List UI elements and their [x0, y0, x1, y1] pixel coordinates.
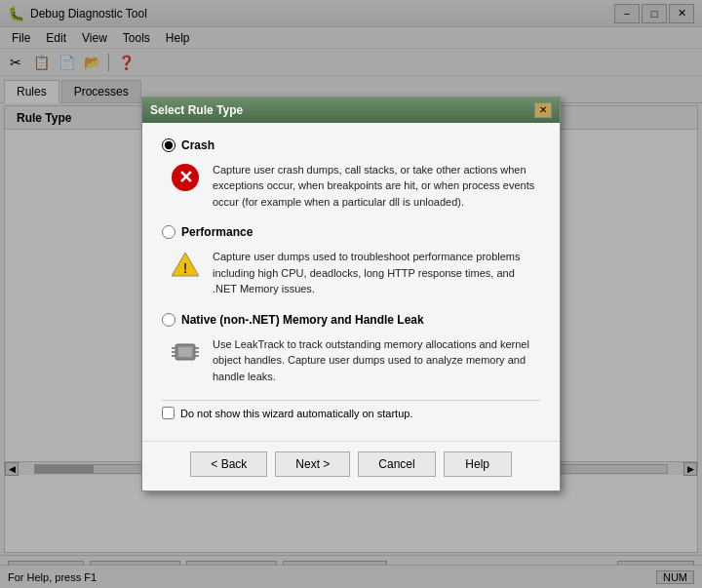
performance-icon-container: !	[170, 249, 201, 280]
back-button[interactable]: < Back	[190, 451, 267, 477]
crash-detail: ✕ Capture user crash dumps, call stacks,…	[170, 158, 540, 215]
no-show-checkbox[interactable]	[162, 407, 175, 419]
modal-title-bar: Select Rule Type ✕	[142, 98, 560, 123]
svg-rect-9	[195, 355, 199, 357]
option-performance: Performance ! Capture user dumps used t	[162, 225, 540, 301]
crash-radio[interactable]	[162, 138, 176, 152]
memory-radio-row: Native (non-.NET) Memory and Handle Leak	[162, 313, 540, 327]
crash-radio-row: Crash	[162, 138, 540, 152]
performance-radio-row: Performance	[162, 225, 540, 239]
option-memory: Native (non-.NET) Memory and Handle Leak	[162, 313, 540, 389]
modal-body: Crash ✕ Capture user crash dumps, call s…	[142, 123, 560, 442]
memory-radio[interactable]	[162, 313, 176, 327]
svg-rect-3	[178, 347, 192, 357]
performance-radio[interactable]	[162, 225, 176, 239]
modal-title: Select Rule Type	[150, 103, 243, 117]
svg-rect-4	[172, 347, 176, 349]
app-window: 🐛 Debug Diagnostic Tool − □ ✕ File Edit …	[0, 0, 702, 588]
help-button[interactable]: Help	[444, 451, 512, 477]
warning-icon: !	[172, 251, 199, 278]
performance-label: Performance	[181, 225, 253, 239]
memory-icon-container	[170, 336, 201, 368]
modal-dialog: Select Rule Type ✕ Crash ✕ Capture user …	[141, 97, 561, 492]
checkbox-label: Do not show this wizard automatically on…	[180, 408, 412, 419]
cancel-button[interactable]: Cancel	[358, 451, 435, 477]
svg-text:!: !	[183, 260, 188, 276]
crash-icon: ✕	[172, 164, 199, 191]
memory-label: Native (non-.NET) Memory and Handle Leak	[181, 313, 424, 327]
performance-detail: ! Capture user dumps used to troubleshoo…	[170, 245, 540, 301]
crash-icon-container: ✕	[170, 162, 201, 193]
memory-chip-icon	[170, 338, 201, 366]
checkbox-row: Do not show this wizard automatically on…	[162, 400, 540, 425]
memory-description: Use LeakTrack to track outstanding memor…	[213, 336, 540, 385]
next-button[interactable]: Next >	[275, 451, 350, 477]
svg-rect-7	[195, 347, 199, 349]
option-crash: Crash ✕ Capture user crash dumps, call s…	[162, 138, 540, 215]
svg-rect-8	[195, 351, 199, 353]
svg-rect-6	[172, 355, 176, 357]
performance-description: Capture user dumps used to troubleshoot …	[213, 249, 540, 297]
modal-overlay: Select Rule Type ✕ Crash ✕ Capture user …	[0, 0, 702, 588]
svg-rect-5	[172, 351, 176, 353]
crash-description: Capture user crash dumps, call stacks, o…	[213, 162, 540, 211]
modal-footer: < Back Next > Cancel Help	[142, 441, 560, 490]
crash-label: Crash	[181, 138, 214, 152]
modal-close-button[interactable]: ✕	[534, 102, 552, 118]
memory-detail: Use LeakTrack to track outstanding memor…	[170, 333, 540, 389]
